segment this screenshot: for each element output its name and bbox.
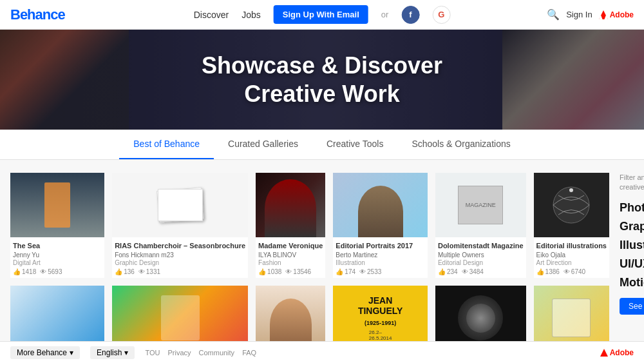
likes-3: 👍 1038: [258, 268, 281, 275]
hero-title: Showcase & Discover Creative Work: [202, 52, 442, 107]
gallery-thumb-4: [333, 173, 428, 237]
gallery-stats-3: 👍 1038 👁 13546: [258, 268, 323, 275]
likes-4: 👍 174: [336, 268, 355, 275]
gallery-info-1: The Sea Jenny Yu Digital Art 👍 1418 👁 56…: [10, 237, 104, 278]
gallery-item-6[interactable]: Editorial illustrations Eiko Ojala Art D…: [534, 173, 609, 278]
more-behance-button[interactable]: More Behance ▾: [10, 346, 80, 359]
gallery-field-2: Graphic Design: [115, 259, 245, 266]
tabs-bar: Best of Behance Curated Galleries Creati…: [0, 130, 644, 160]
creative-fields-list: Photography Graphic Design Illustration …: [620, 199, 644, 291]
footer-adobe: Adobe: [600, 348, 634, 357]
footer-links: TOU Privacy Community FAQ: [145, 349, 256, 357]
dropdown-icon-lang: ▾: [124, 348, 128, 357]
tab-creative-tools[interactable]: Creative Tools: [312, 130, 397, 159]
adobe-logo: Adobe: [599, 10, 634, 19]
main-content: The Sea Jenny Yu Digital Art 👍 1418 👁 56…: [0, 160, 644, 363]
gallery-author-6: Eiko Ojala: [536, 251, 607, 259]
gallery-title-6: Editorial illustrations: [536, 241, 607, 250]
world-map-icon: [545, 182, 597, 228]
gallery-field-4: Illustration: [336, 259, 425, 266]
gallery-stats-4: 👍 174 👁 2533: [336, 268, 425, 275]
gallery-item-2[interactable]: RIAS Chamberchoir – Seasonbrochure Fons …: [112, 173, 248, 278]
field-graphic-design[interactable]: Graphic Design: [620, 218, 644, 235]
behance-logo[interactable]: Behance: [10, 6, 65, 23]
footer-faq[interactable]: FAQ: [242, 349, 256, 357]
gallery-field-1: Digital Art: [13, 259, 102, 266]
gallery-thumb-2: [112, 173, 248, 237]
facebook-login-button[interactable]: f: [401, 6, 419, 24]
field-photography[interactable]: Photography: [620, 199, 644, 217]
gallery-author-3: ILYA BLINOV: [258, 251, 323, 259]
gallery-item-4[interactable]: Editorial Portraits 2017 Berto Martinez …: [333, 173, 428, 278]
views-5: 👁 3484: [462, 268, 484, 275]
hero-text: Showcase & Discover Creative Work: [202, 52, 442, 107]
gallery-item-3[interactable]: Madame Veronique ILYA BLINOV Fashion 👍 1…: [256, 173, 325, 278]
gallery-author-5: Multiple Owners: [438, 251, 524, 259]
svg-point-3: [553, 187, 589, 223]
views-4: 👁 2533: [359, 268, 381, 275]
hero-banner: Showcase & Discover Creative Work: [0, 30, 644, 130]
tab-best-of-behance[interactable]: Best of Behance: [119, 130, 214, 159]
field-ui-ux[interactable]: UI/UX: [620, 255, 644, 273]
footer-privacy[interactable]: Privacy: [167, 349, 191, 357]
see-more-button[interactable]: See More ▶: [620, 298, 644, 315]
gallery-author-2: Fons Hickmann m23: [115, 251, 245, 259]
gallery-thumb-5: MAGAZINE: [435, 173, 526, 237]
gallery-stats-6: 👍 1386 👁 6740: [536, 268, 607, 275]
gallery-stats-2: 👍 136 👁 1331: [115, 268, 245, 275]
field-illustration[interactable]: Illustration: [620, 237, 644, 254]
gallery-info-2: RIAS Chamberchoir – Seasonbrochure Fons …: [112, 237, 248, 278]
dropdown-icon: ▾: [70, 348, 73, 357]
gallery-grid: The Sea Jenny Yu Digital Art 👍 1418 👁 56…: [10, 173, 609, 363]
navbar-right: 🔍 Sign In Adobe: [547, 8, 634, 21]
gallery-title-1: The Sea: [13, 241, 102, 250]
language-selector[interactable]: English ▾: [90, 346, 135, 359]
gallery-title-3: Madame Veronique: [258, 241, 323, 250]
gallery-author-1: Jenny Yu: [13, 251, 102, 259]
gallery-thumb-3: [256, 173, 325, 237]
footer-community[interactable]: Community: [199, 349, 235, 357]
tab-curated-galleries[interactable]: Curated Galleries: [214, 130, 312, 159]
likes-6: 👍 1386: [536, 268, 560, 275]
gallery-info-5: Dolomitenstadt Magazine Multiple Owners …: [435, 237, 526, 278]
footer-bar: More Behance ▾ English ▾ TOU Privacy Com…: [0, 341, 644, 363]
likes-5: 👍 234: [438, 268, 458, 275]
gallery-author-4: Berto Martinez: [336, 251, 425, 259]
gallery-info-3: Madame Veronique ILYA BLINOV Fashion 👍 1…: [256, 237, 325, 278]
views-6: 👁 6740: [564, 268, 585, 275]
nav-jobs[interactable]: Jobs: [242, 10, 261, 20]
navbar: Behance Discover Jobs Sign Up With Email…: [0, 0, 644, 30]
footer-tou[interactable]: TOU: [145, 349, 160, 357]
gallery-info-4: Editorial Portraits 2017 Berto Martinez …: [333, 237, 428, 278]
svg-point-4: [569, 188, 573, 192]
nav-discover[interactable]: Discover: [194, 10, 229, 20]
tab-schools-organizations[interactable]: Schools & Organizations: [397, 130, 524, 159]
gallery-title-5: Dolomitenstadt Magazine: [438, 241, 524, 250]
field-motion[interactable]: Motion: [620, 274, 644, 291]
gallery-thumb-6: [534, 173, 609, 237]
signup-email-button[interactable]: Sign Up With Email: [274, 5, 368, 24]
sidebar: Filter and search by popular creative fi…: [620, 173, 644, 363]
gallery-item-1[interactable]: The Sea Jenny Yu Digital Art 👍 1418 👁 56…: [10, 173, 104, 278]
views-1: 👁 5693: [40, 268, 62, 275]
google-login-button[interactable]: G: [432, 6, 450, 24]
signin-link[interactable]: Sign In: [566, 10, 592, 19]
views-3: 👁 13546: [285, 268, 311, 275]
gallery-item-5[interactable]: MAGAZINE Dolomitenstadt Magazine Multipl…: [435, 173, 526, 278]
search-button[interactable]: 🔍: [547, 8, 560, 21]
likes-2: 👍 136: [115, 268, 135, 275]
adobe-icon: [599, 10, 608, 19]
or-label: or: [381, 10, 389, 19]
gallery-stats-5: 👍 234 👁 3484: [438, 268, 524, 275]
navbar-center-links: Discover Jobs Sign Up With Email or f G: [194, 5, 451, 24]
gallery-field-6: Art Direction: [536, 259, 607, 266]
likes-1: 👍 1418: [13, 268, 36, 275]
sidebar-filter-text: Filter and search by popular creative fi…: [620, 173, 644, 193]
gallery-field-3: Fashion: [258, 259, 323, 266]
svg-marker-5: [600, 349, 608, 357]
gallery-thumb-1: [10, 173, 104, 237]
gallery-stats-1: 👍 1418 👁 5693: [13, 268, 102, 275]
gallery-field-5: Editorial Design: [438, 259, 524, 266]
gallery-title-2: RIAS Chamberchoir – Seasonbrochure: [115, 241, 245, 250]
gallery-info-6: Editorial illustrations Eiko Ojala Art D…: [534, 237, 609, 278]
